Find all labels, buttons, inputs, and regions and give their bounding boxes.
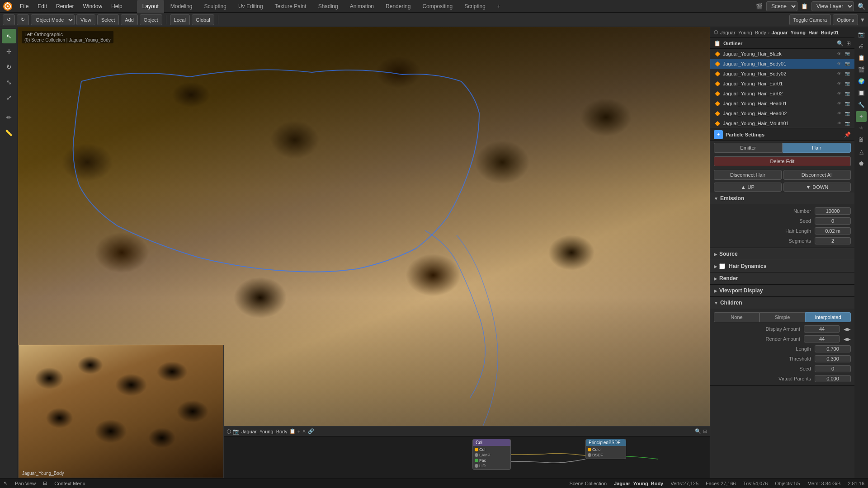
item-vis-5[interactable]: 👁: [835, 100, 843, 107]
item-cam-3[interactable]: 📷: [844, 80, 851, 87]
transform-tool[interactable]: ⤢: [2, 90, 16, 105]
ri-view-icon[interactable]: 📋: [856, 52, 867, 63]
rotate-left-btn[interactable]: ↺: [3, 14, 15, 25]
segments-value[interactable]: 2: [815, 237, 851, 244]
children-threshold-value[interactable]: 0.300: [815, 355, 851, 362]
ri-render-icon[interactable]: 📷: [856, 29, 867, 40]
tab-layout[interactable]: Layout: [137, 0, 164, 13]
hair-tab[interactable]: Hair: [783, 143, 851, 153]
hair-dynamics-checkbox[interactable]: [719, 263, 725, 269]
tab-shading[interactable]: Shading: [313, 0, 344, 13]
outliner-item-3[interactable]: 🔶 Jaguar_Young_Hair_Ear01 👁 📷: [710, 79, 854, 89]
outliner-item-5[interactable]: 🔶 Jaguar_Young_Hair_Head01 👁 📷: [710, 99, 854, 108]
menu-help[interactable]: Help: [108, 2, 126, 10]
disconnect-all-btn[interactable]: Disconnect All: [783, 170, 851, 180]
tab-texture-paint[interactable]: Texture Paint: [269, 0, 312, 13]
rotate-tool[interactable]: ↻: [2, 60, 16, 74]
item-cam-5[interactable]: 📷: [844, 100, 851, 107]
children-seed-value[interactable]: 0: [815, 365, 851, 372]
menu-edit[interactable]: Edit: [34, 2, 51, 10]
render-amount-expand-icon[interactable]: ◀▶: [844, 337, 851, 342]
tab-add[interactable]: +: [492, 0, 506, 13]
tab-uv-editing[interactable]: Uv Editing: [233, 0, 269, 13]
up-btn[interactable]: ▲ UP: [714, 183, 782, 192]
children-virtual-parents-value[interactable]: 0.000: [815, 375, 851, 382]
viewport-display-header[interactable]: ▶ Viewport Display: [710, 285, 854, 296]
outliner-item-0[interactable]: 🔶 Jaguar_Young_Hair_Black 👁 📷: [710, 49, 854, 59]
local-btn[interactable]: Local: [170, 14, 190, 25]
view-layer-select[interactable]: View Layer: [811, 1, 854, 11]
annotate-tool[interactable]: ✏: [2, 110, 16, 125]
node-principled[interactable]: PrincipledBSDF Color BSDF: [585, 439, 626, 459]
node-color[interactable]: Col Col LAMP Fac LID: [472, 439, 511, 470]
outliner-item-7[interactable]: 🔶 Jaguar_Young_Hair_Mouth01 👁 📷: [710, 118, 854, 128]
ri-particles-icon[interactable]: ✦: [856, 111, 867, 122]
seed-value[interactable]: 0: [815, 217, 851, 225]
node-editor-copy-icon[interactable]: 📋: [289, 428, 296, 434]
tab-modeling[interactable]: Modeling: [165, 0, 198, 13]
object-mode-select[interactable]: Object Mode: [31, 14, 75, 25]
ri-scene-icon[interactable]: 🎬: [856, 64, 867, 75]
options-btn[interactable]: Options: [833, 14, 858, 25]
global-btn[interactable]: Global: [192, 14, 214, 25]
children-none-tab[interactable]: None: [714, 312, 760, 322]
item-vis-2[interactable]: 👁: [835, 70, 843, 77]
item-cam-7[interactable]: 📷: [844, 120, 851, 127]
tab-rendering[interactable]: Rendering: [380, 0, 416, 13]
ri-modifier-icon[interactable]: 🔧: [856, 99, 867, 110]
ri-physics-icon[interactable]: ⚛: [856, 123, 867, 134]
options-arrow[interactable]: ▼: [860, 17, 865, 23]
menu-window[interactable]: Window: [79, 2, 106, 10]
move-tool[interactable]: ✛: [2, 44, 16, 59]
tab-compositing[interactable]: Compositing: [417, 0, 458, 13]
select-btn[interactable]: Select: [97, 14, 119, 25]
node-editor-new-icon[interactable]: +: [297, 429, 300, 434]
emission-header[interactable]: ▼ Emission: [710, 192, 854, 204]
down-btn[interactable]: ▼ DOWN: [783, 183, 851, 192]
render-amount-value[interactable]: 44: [804, 335, 840, 343]
view-btn[interactable]: View: [76, 14, 95, 25]
item-vis-4[interactable]: 👁: [835, 90, 843, 97]
ri-data-icon[interactable]: △: [856, 146, 867, 157]
emitter-tab[interactable]: Emitter: [714, 143, 783, 153]
delete-edit-btn[interactable]: Delete Edit: [714, 156, 851, 166]
props-pin-icon[interactable]: 📌: [844, 131, 851, 138]
item-cam-1[interactable]: 📷: [844, 60, 851, 67]
item-cam-4[interactable]: 📷: [844, 90, 851, 97]
item-cam-0[interactable]: 📷: [844, 50, 851, 57]
node-editor-view-icon[interactable]: ⊞: [703, 428, 707, 434]
item-vis-7[interactable]: 👁: [835, 120, 843, 127]
menu-file[interactable]: File: [16, 2, 32, 10]
add-btn[interactable]: Add: [121, 14, 138, 25]
ri-material-icon[interactable]: ⬟: [856, 158, 867, 169]
item-vis-6[interactable]: 👁: [835, 110, 843, 117]
outliner-item-4[interactable]: 🔶 Jaguar_Young_Hair_Ear02 👁 📷: [710, 89, 854, 99]
item-cam-2[interactable]: 📷: [844, 70, 851, 77]
disconnect-hair-btn[interactable]: Disconnect Hair: [714, 170, 782, 180]
outliner-search-icon[interactable]: 🔍: [837, 40, 844, 47]
ri-object-icon[interactable]: 🔲: [856, 88, 867, 99]
tab-sculpting[interactable]: Sculpting: [199, 0, 232, 13]
source-header[interactable]: ▶ Source: [710, 248, 854, 260]
tab-scripting[interactable]: Scripting: [459, 0, 491, 13]
blender-logo[interactable]: [3, 1, 13, 11]
node-editor-close-icon[interactable]: ✕: [302, 428, 306, 434]
menu-render[interactable]: Render: [52, 2, 77, 10]
main-viewport[interactable]: Left Orthographic (0) Scene Collection |…: [18, 27, 710, 478]
number-value[interactable]: 10000: [815, 207, 851, 215]
ri-world-icon[interactable]: 🌍: [856, 76, 867, 87]
object-btn[interactable]: Object: [140, 14, 162, 25]
tab-animation[interactable]: Animation: [344, 0, 379, 13]
display-amount-expand-icon[interactable]: ◀▶: [844, 327, 851, 332]
outliner-filter-icon[interactable]: ⊞: [846, 40, 851, 47]
node-editor-link-icon[interactable]: 🔗: [308, 428, 314, 434]
children-simple-tab[interactable]: Simple: [760, 312, 805, 322]
node-editor-zoom-icon[interactable]: 🔍: [695, 428, 701, 434]
small-viewport[interactable]: Jaguar_Young_Body: [18, 345, 224, 478]
cursor-tool[interactable]: ↖: [2, 29, 16, 43]
hair-length-value[interactable]: 0.02 m: [815, 227, 851, 235]
outliner-item-2[interactable]: 🔶 Jaguar_Young_Hair_Body02 👁 📷: [710, 69, 854, 79]
ri-output-icon[interactable]: 🖨: [856, 41, 867, 52]
render-header[interactable]: ▶ Render: [710, 272, 854, 284]
children-header[interactable]: ▼ Children: [710, 297, 854, 309]
